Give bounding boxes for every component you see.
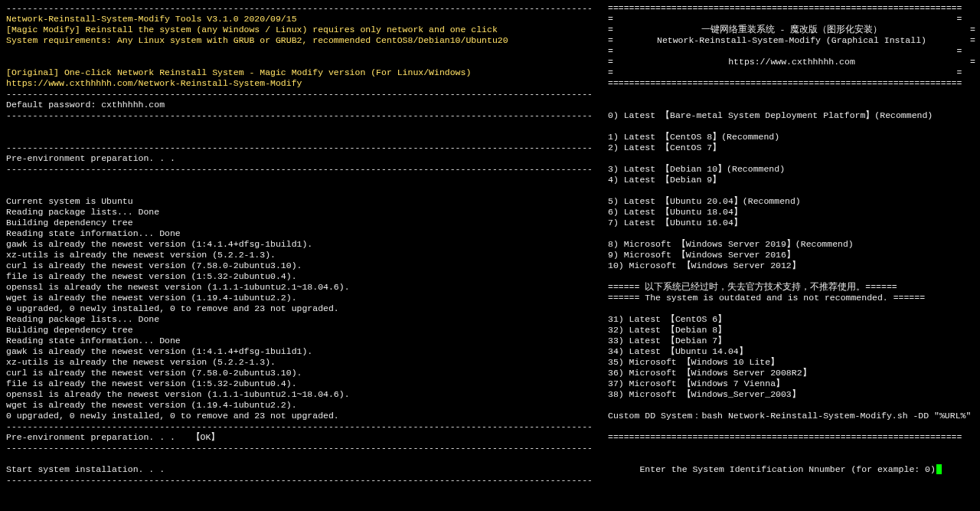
option-line: Custom DD System：bash Network-Reinstall-… xyxy=(608,411,975,421)
log-line: Building dependency tree xyxy=(6,218,600,228)
box-line: = = xyxy=(608,46,975,57)
divider: ----------------------------------------… xyxy=(6,443,600,454)
option-line: 35) Microsoft 【Windows 10 Lite】 xyxy=(608,357,975,368)
right-terminal: ========================================… xyxy=(605,0,980,511)
option-line: 34) Latest 【Ubuntu 14.04】 xyxy=(608,346,975,357)
pre-env-label: Pre-environment preparation. . . xyxy=(6,153,600,164)
option-line: 8) Microsoft 【Windows Server 2019】(Recom… xyxy=(608,239,975,250)
header-en: = Network-Reinstall-System-Modify (Graph… xyxy=(608,35,975,46)
box-line: = = xyxy=(608,14,975,25)
divider: ----------------------------------------… xyxy=(6,110,600,121)
option-line: 4) Latest 【Debian 9】 xyxy=(608,175,975,185)
log-line: Reading state information... Done xyxy=(6,336,600,346)
option-line: 33) Latest 【Debian 7】 xyxy=(608,336,975,346)
option-line: 3) Latest 【Debian 10】(Recommend) xyxy=(608,164,975,175)
option-line xyxy=(608,271,975,282)
option-line: 5) Latest 【Ubuntu 20.04】(Recommend) xyxy=(608,196,975,207)
box-line: = = xyxy=(608,67,975,78)
log-line: Current system is Ubuntu xyxy=(6,196,600,207)
default-password: Default password: cxthhhhh.com xyxy=(6,100,600,110)
options-list: 0) Latest 【Bare-metal System Deployment … xyxy=(608,110,975,421)
divider: ----------------------------------------… xyxy=(6,475,600,486)
option-line: 10) Microsoft 【Windows Server 2012】 xyxy=(608,260,975,271)
input-prompt[interactable]: Enter the System Identification Nnumber … xyxy=(608,454,975,486)
log-line: Building dependency tree xyxy=(6,325,600,336)
original-url: https://www.cxthhhhh.com/Network-Reinsta… xyxy=(6,78,600,89)
tool-desc-1: [Magic Modify] Reinstall the system (any… xyxy=(6,25,600,35)
log-line: 0 upgraded, 0 newly installed, 0 to remo… xyxy=(6,303,600,314)
pre-env-ok: Pre-environment preparation. . . 【OK】 xyxy=(6,432,600,443)
option-line xyxy=(608,121,975,132)
original-line-1: [Original] One-click Network Reinstall S… xyxy=(6,67,600,78)
log-line: openssl is already the newest version (1… xyxy=(6,282,600,293)
log-line: xz-utils is already the newest version (… xyxy=(6,250,600,260)
tool-title: Network-Reinstall-System-Modify Tools V3… xyxy=(6,14,600,25)
log-line: 0 upgraded, 0 newly installed, 0 to remo… xyxy=(6,411,600,421)
tool-desc-2: System requirements: Any Linux system wi… xyxy=(6,35,600,46)
option-line xyxy=(608,153,975,164)
log-line: xz-utils is already the newest version (… xyxy=(6,357,600,368)
log-line: gawk is already the newest version (1:4.… xyxy=(6,239,600,250)
divider-eq: ========================================… xyxy=(608,432,975,443)
option-line: 38) Microsoft 【Windows_Server_2003】 xyxy=(608,389,975,400)
log-line: curl is already the newest version (7.58… xyxy=(6,260,600,271)
option-line: 1) Latest 【CentOS 8】(Recommend) xyxy=(608,132,975,142)
option-line xyxy=(608,185,975,196)
divider: ----------------------------------------… xyxy=(6,142,600,153)
option-line: 31) Latest 【CentOS 6】 xyxy=(608,314,975,325)
log-line: Reading package lists... Done xyxy=(6,207,600,218)
divider: ----------------------------------------… xyxy=(6,89,600,100)
option-line: 37) Microsoft 【Windows 7 Vienna】 xyxy=(608,378,975,389)
option-line: 36) Microsoft 【Windows Server 2008R2】 xyxy=(608,368,975,378)
divider: ----------------------------------------… xyxy=(6,3,600,14)
log-output: Current system is UbuntuReading package … xyxy=(6,196,600,421)
divider: ----------------------------------------… xyxy=(6,421,600,432)
log-line: curl is already the newest version (7.58… xyxy=(6,368,600,378)
option-line: 0) Latest 【Bare-metal System Deployment … xyxy=(608,110,975,121)
log-line: file is already the newest version (1:5.… xyxy=(6,271,600,282)
divider: ----------------------------------------… xyxy=(6,164,600,175)
option-line: 9) Microsoft 【Windows Server 2016】 xyxy=(608,250,975,260)
option-line xyxy=(608,400,975,411)
option-line: 6) Latest 【Ubuntu 18.04】 xyxy=(608,207,975,218)
header-url: = https://www.cxthhhhh.com = xyxy=(608,57,975,67)
log-line: wget is already the newest version (1.19… xyxy=(6,293,600,303)
cursor-icon xyxy=(936,464,942,474)
option-line: ====== 以下系统已经过时，失去官方技术支持，不推荐使用。====== xyxy=(608,282,975,293)
start-install-label: Start system installation. . . xyxy=(6,464,600,475)
log-line: Reading state information... Done xyxy=(6,228,600,239)
option-line: ====== The system is outdated and is not… xyxy=(608,293,975,303)
option-line: 7) Latest 【Ubuntu 16.04】 xyxy=(608,218,975,228)
option-line: 32) Latest 【Debian 8】 xyxy=(608,325,975,336)
option-line xyxy=(608,303,975,314)
log-line: openssl is already the newest version (1… xyxy=(6,389,600,400)
left-terminal: ----------------------------------------… xyxy=(0,0,605,511)
divider-eq: ========================================… xyxy=(608,3,975,14)
log-line: file is already the newest version (1:5.… xyxy=(6,378,600,389)
header-cn: = 一键网络重装系统 - 魔改版（图形化安装） = xyxy=(608,25,975,35)
log-line: wget is already the newest version (1.19… xyxy=(6,400,600,411)
log-line: Reading package lists... Done xyxy=(6,314,600,325)
option-line xyxy=(608,228,975,239)
log-line: gawk is already the newest version (1:4.… xyxy=(6,346,600,357)
divider-eq: ========================================… xyxy=(608,78,975,89)
option-line: 2) Latest 【CentOS 7】 xyxy=(608,142,975,153)
